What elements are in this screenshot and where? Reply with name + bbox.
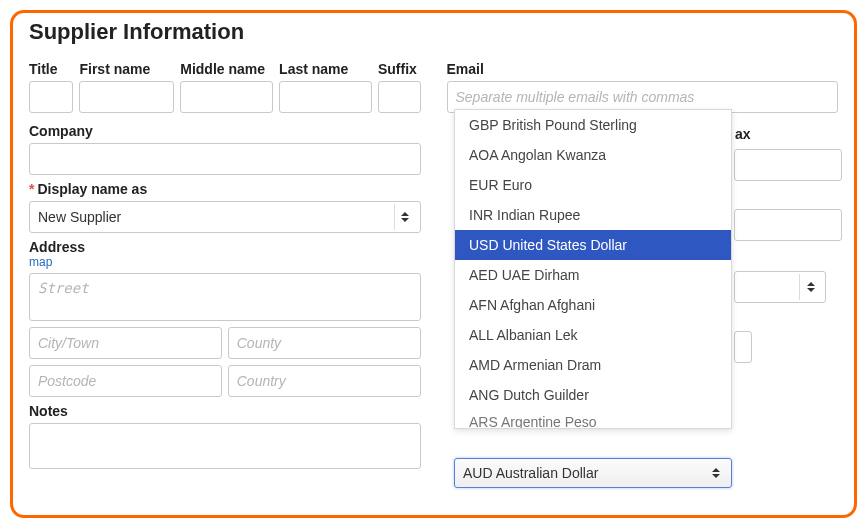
hidden-input-partial[interactable] xyxy=(734,209,842,241)
display-name-select[interactable]: New Supplier xyxy=(29,201,421,233)
currency-option[interactable]: USD United States Dollar xyxy=(455,230,731,260)
street-input[interactable] xyxy=(29,273,421,321)
currency-option[interactable]: AED UAE Dirham xyxy=(455,260,731,290)
hidden-input-edge[interactable] xyxy=(734,331,752,363)
label-notes: Notes xyxy=(29,403,421,419)
fax-input-partial[interactable] xyxy=(734,149,842,181)
label-company: Company xyxy=(29,123,421,139)
currency-option[interactable]: ANG Dutch Guilder xyxy=(455,380,731,410)
currency-option[interactable]: AMD Armenian Dram xyxy=(455,350,731,380)
county-input[interactable] xyxy=(228,327,421,359)
label-fax-partial: ax xyxy=(735,126,751,142)
first-name-input[interactable] xyxy=(79,81,174,113)
last-name-input[interactable] xyxy=(279,81,372,113)
company-input[interactable] xyxy=(29,143,421,175)
currency-option[interactable]: AOA Angolan Kwanza xyxy=(455,140,731,170)
currency-option[interactable]: ARS Argentine Peso xyxy=(455,410,731,428)
label-middle-name: Middle name xyxy=(180,61,273,77)
label-address: Address xyxy=(29,239,421,255)
chevron-updown-icon xyxy=(799,274,821,300)
currency-dropdown-list[interactable]: GBP British Pound SterlingAOA Angolan Kw… xyxy=(454,109,732,429)
notes-input[interactable] xyxy=(29,423,421,469)
map-link[interactable]: map xyxy=(29,255,421,269)
supplier-info-panel: Supplier Information Title First name Mi… xyxy=(10,10,857,518)
postcode-input[interactable] xyxy=(29,365,222,397)
currency-option[interactable]: GBP British Pound Sterling xyxy=(455,110,731,140)
currency-option[interactable]: ALL Albanian Lek xyxy=(455,320,731,350)
currency-option[interactable]: EUR Euro xyxy=(455,170,731,200)
currency-select-value: AUD Australian Dollar xyxy=(463,465,598,481)
label-suffix: Suffix xyxy=(378,61,421,77)
city-input[interactable] xyxy=(29,327,222,359)
currency-option[interactable]: AFN Afghan Afghani xyxy=(455,290,731,320)
page-title: Supplier Information xyxy=(29,19,838,45)
label-title: Title xyxy=(29,61,73,77)
label-first-name: First name xyxy=(79,61,174,77)
display-name-value: New Supplier xyxy=(38,209,121,225)
label-display-name: Display name as xyxy=(29,181,421,197)
middle-name-input[interactable] xyxy=(180,81,273,113)
hidden-select-partial[interactable] xyxy=(734,271,826,303)
currency-option[interactable]: INR Indian Rupee xyxy=(455,200,731,230)
label-last-name: Last name xyxy=(279,61,372,77)
title-input[interactable] xyxy=(29,81,73,113)
country-input[interactable] xyxy=(228,365,421,397)
suffix-input[interactable] xyxy=(378,81,421,113)
label-email: Email xyxy=(447,61,839,77)
currency-select[interactable]: AUD Australian Dollar xyxy=(454,458,732,488)
left-column: Title First name Middle name Last name S… xyxy=(29,55,421,469)
chevron-updown-icon xyxy=(394,204,416,230)
chevron-updown-icon xyxy=(705,460,727,486)
